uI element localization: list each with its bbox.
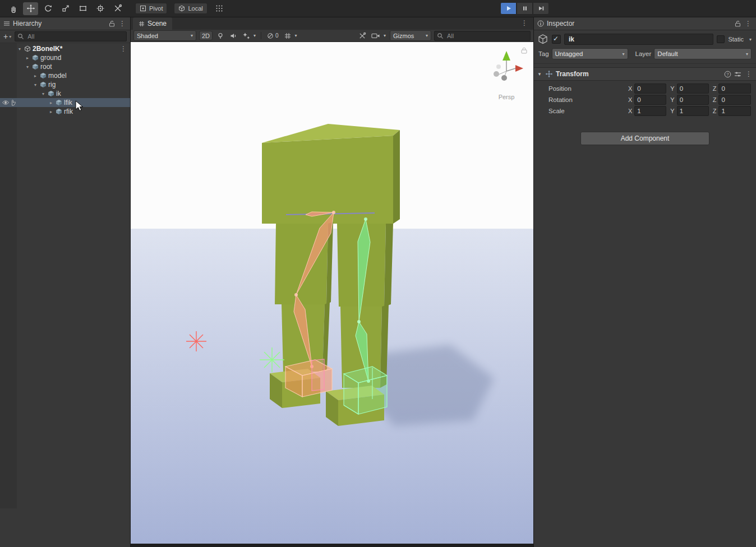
foldout-arrow[interactable]: ▾ — [33, 82, 38, 87]
gizmos-dropdown[interactable]: Gizmos ▾ — [390, 30, 431, 41]
kebab-menu-icon[interactable]: ⋮ — [118, 20, 127, 27]
object-name-field[interactable] — [564, 34, 713, 45]
effects-dropdown-button[interactable]: ▾ — [241, 31, 257, 40]
custom-tool-button[interactable] — [110, 2, 125, 15]
y-axis-label[interactable]: Y — [669, 85, 676, 92]
scale-z-input[interactable] — [718, 106, 751, 116]
gameobject-cube-icon — [40, 72, 47, 79]
right-foot-ik-target[interactable] — [344, 367, 387, 414]
scale-y-group: Y — [669, 106, 708, 116]
pickability-icon[interactable] — [10, 99, 16, 106]
rotation-x-group: X — [627, 95, 666, 105]
hierarchy-row-root[interactable]: ▾ root — [0, 62, 130, 71]
hierarchy-row-ground[interactable]: ▸ ground — [0, 53, 130, 62]
static-checkbox[interactable] — [717, 35, 725, 43]
lock-icon[interactable] — [735, 20, 741, 27]
z-axis-label[interactable]: Z — [712, 108, 719, 114]
hierarchy-search-input[interactable] — [26, 33, 124, 40]
audio-toggle-button[interactable] — [228, 31, 238, 40]
local-toggle-button[interactable]: Local — [174, 3, 207, 14]
pause-button[interactable] — [517, 2, 533, 15]
x-axis-label[interactable]: X — [627, 108, 634, 114]
hierarchy-panel: Hierarchy ⋮ + ▾ ▾ 2BoneIK* ⋮ ▸ — [0, 17, 131, 547]
shading-mode-dropdown[interactable]: Shaded ▾ — [133, 30, 196, 41]
projection-label[interactable]: Persp — [499, 94, 515, 100]
hierarchy-row-2boneik[interactable]: ▾ 2BoneIK* ⋮ — [0, 44, 130, 53]
foldout-arrow[interactable]: ▸ — [33, 73, 38, 78]
y-axis-label[interactable]: Y — [669, 108, 676, 114]
position-x-input[interactable] — [634, 84, 666, 94]
create-caret-icon[interactable]: ▾ — [9, 34, 11, 39]
rotate-tool-button[interactable] — [40, 2, 56, 15]
object-name-input[interactable] — [568, 35, 710, 44]
add-component-button[interactable]: Add Component — [580, 132, 709, 145]
hierarchy-row-model[interactable]: ▸ model — [0, 71, 130, 80]
x-axis-label[interactable]: X — [627, 85, 634, 92]
scene-search[interactable] — [434, 31, 531, 41]
kebab-menu-icon[interactable]: ⋮ — [744, 20, 753, 27]
kebab-menu-icon[interactable]: ⋮ — [520, 19, 529, 27]
foldout-arrow[interactable]: ▾ — [25, 64, 30, 69]
hierarchy-search[interactable] — [15, 31, 127, 41]
grid-snap-button[interactable] — [215, 4, 223, 12]
step-button[interactable] — [533, 2, 549, 15]
tag-dropdown[interactable]: Untagged ▾ — [552, 48, 628, 59]
scene-camera-dropdown[interactable]: ▾ — [370, 31, 387, 40]
info-icon — [537, 20, 544, 27]
layer-dropdown[interactable]: Default ▾ — [654, 48, 752, 59]
kebab-menu-icon[interactable]: ⋮ — [120, 45, 127, 53]
help-icon[interactable]: ? — [724, 71, 731, 78]
hierarchy-row-rfik[interactable]: ▸ rfik — [0, 107, 130, 116]
create-button[interactable]: + — [3, 33, 8, 40]
scene-visibility-button[interactable]: 0 — [265, 31, 280, 40]
left-foot-ik-target[interactable] — [285, 359, 332, 397]
lock-icon[interactable] — [109, 20, 115, 27]
foldout-arrow[interactable]: ▾ — [537, 71, 542, 77]
scale-x-input[interactable] — [634, 106, 666, 116]
pivot-toggle-button[interactable]: Pivot — [135, 3, 167, 14]
position-z-input[interactable] — [718, 84, 751, 94]
hierarchy-row-lfik[interactable]: ▸ lfik — [0, 98, 130, 107]
lighting-toggle-button[interactable] — [215, 31, 225, 40]
foldout-arrow[interactable]: ▾ — [17, 47, 22, 52]
y-axis-label[interactable]: Y — [669, 96, 676, 103]
foldout-arrow[interactable]: ▾ — [40, 91, 46, 96]
kebab-menu-icon[interactable]: ⋮ — [744, 70, 753, 78]
transform-title: Transform — [556, 70, 589, 78]
move-tool-button[interactable] — [23, 2, 38, 15]
scale-tool-button[interactable] — [58, 2, 73, 15]
tab-scene[interactable]: Scene — [133, 17, 172, 30]
unity-editor-window: Pivot Local Hierarchy ⋮ — [0, 0, 756, 547]
grid-settings-dropdown[interactable]: ▾ — [283, 31, 298, 40]
hierarchy-row-ik[interactable]: ▾ ik — [0, 89, 130, 98]
scene-search-input[interactable] — [446, 32, 528, 40]
active-checkbox[interactable] — [552, 35, 561, 44]
presets-icon[interactable] — [734, 71, 741, 77]
hierarchy-row-rig[interactable]: ▾ rig — [0, 80, 130, 89]
rotation-z-input[interactable] — [718, 95, 751, 105]
z-axis-label[interactable]: Z — [712, 96, 719, 103]
rotation-y-input[interactable] — [677, 95, 709, 105]
transform-component-header[interactable]: ▾ Transform ? ⋮ — [534, 67, 756, 81]
hand-tool-button[interactable] — [6, 2, 21, 15]
scene-render: Persp — [131, 42, 533, 544]
static-caret-icon[interactable]: ▾ — [747, 37, 752, 42]
svg-text:?: ? — [726, 72, 729, 77]
foldout-arrow[interactable]: ▸ — [48, 109, 54, 114]
z-axis-label[interactable]: Z — [712, 85, 719, 92]
hierarchy-header[interactable]: Hierarchy ⋮ — [0, 17, 130, 30]
position-y-input[interactable] — [677, 84, 709, 94]
rotation-x-input[interactable] — [634, 95, 666, 105]
2d-toggle-button[interactable]: 2D — [199, 31, 213, 40]
inspector-header[interactable]: Inspector ⋮ — [534, 17, 756, 30]
foldout-arrow[interactable]: ▸ — [48, 100, 54, 105]
transform-tool-button[interactable] — [93, 2, 108, 15]
scale-y-input[interactable] — [677, 106, 709, 116]
visibility-eye-icon[interactable] — [2, 100, 10, 105]
rect-tool-button[interactable] — [75, 2, 90, 15]
play-button[interactable] — [500, 2, 517, 15]
foldout-arrow[interactable]: ▸ — [25, 55, 30, 61]
editor-tools-button[interactable] — [357, 31, 367, 40]
x-axis-label[interactable]: X — [627, 96, 634, 103]
scene-viewport[interactable]: Persp — [131, 42, 533, 544]
